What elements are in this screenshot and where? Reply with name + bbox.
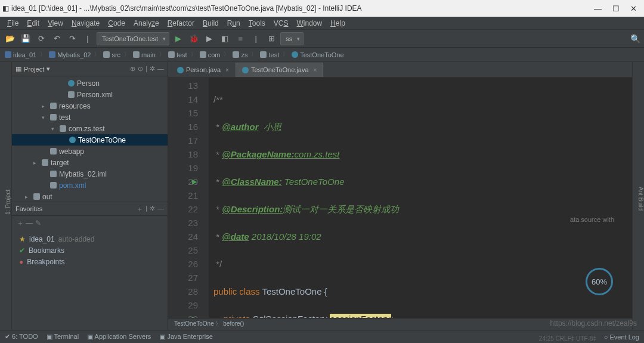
hide-icon[interactable]: — (157, 65, 164, 73)
tree-item[interactable]: ▸out (12, 191, 168, 202)
project-panel-header: ▦Project ▾ ⊕ ⊙ | ✲ — (12, 62, 168, 76)
tab-testonetoone[interactable]: TestOneToOne.java× (236, 63, 323, 77)
todo-tab[interactable]: ✔ 6: TODO (5, 333, 38, 341)
profile-icon[interactable]: ◧ (218, 32, 231, 45)
project-tree[interactable]: PersonPerson.xml▸resources▾test▾com.zs.t… (12, 76, 168, 202)
progress-meter: 60% (586, 268, 613, 295)
line-gutter[interactable]: 1314151617181920▶21222324252627282930▶31 (168, 78, 209, 318)
save-icon[interactable]: 💾 (19, 32, 32, 45)
divider: | (249, 32, 262, 45)
crumb-folder[interactable]: zs (233, 51, 247, 58)
open-icon[interactable]: 📂 (4, 32, 17, 45)
redo-icon[interactable]: ↷ (66, 32, 79, 45)
structure-icon[interactable]: ⊞ (265, 32, 278, 45)
crumb-folder[interactable]: src (103, 51, 120, 58)
maximize-button[interactable]: ☐ (612, 4, 620, 13)
hint-text: ata source with (570, 216, 614, 223)
coverage-icon[interactable]: ▶ (203, 32, 216, 45)
menu-navigate[interactable]: Navigate (68, 18, 103, 29)
menu-tools[interactable]: Tools (245, 18, 269, 29)
status-position: 24:25 CRLF‡ UTF-8‡ (539, 335, 596, 342)
tab-person[interactable]: Person.java× (171, 63, 236, 77)
appservers-tab[interactable]: ▣ Application Servers (87, 333, 151, 341)
editor-tabs: Person.java× TestOneToOne.java× (168, 62, 632, 78)
titlebar: ◧ idea_01 [D:\idea_01] - ...\Mybatis_02\… (0, 0, 644, 17)
close-icon[interactable]: × (314, 67, 317, 73)
crumb-class[interactable]: TestOneToOne (292, 51, 343, 58)
nav-breadcrumb: idea_01〉 Mybatis_02〉 src〉 main〉 test〉 co… (0, 48, 644, 62)
favorite-item[interactable]: ★idea_01auto-added (12, 233, 168, 245)
divider: | (145, 65, 147, 73)
tree-item[interactable]: Person.xml (12, 89, 168, 100)
favorites-list[interactable]: ★idea_01auto-added✔Bookmarks●Breakpoints (12, 231, 168, 270)
ss-combo[interactable]: ss (280, 32, 304, 45)
undo-icon[interactable]: ↶ (50, 32, 63, 45)
strip-ant[interactable]: Ant Build (637, 68, 644, 330)
terminal-tab[interactable]: ▣ Terminal (47, 333, 79, 341)
tree-item[interactable]: webapp (12, 146, 168, 157)
tree-item[interactable]: ▾com.zs.test (12, 123, 168, 134)
favorites-header: Favorites ＋ | ✲ — (12, 202, 168, 216)
hide-icon[interactable]: — (157, 205, 164, 214)
settings-icon[interactable]: ✲ (150, 205, 155, 214)
favorite-item[interactable]: ●Breakpoints (12, 256, 168, 267)
tree-item[interactable]: TestOneToOne (12, 134, 168, 146)
sidebar: ▦Project ▾ ⊕ ⊙ | ✲ — PersonPerson.xml▸re… (12, 62, 168, 330)
settings-icon[interactable]: ✲ (150, 65, 155, 73)
crumb-folder[interactable]: test (168, 51, 187, 58)
favorites-title: Favorites (16, 205, 137, 212)
menu-view[interactable]: View (44, 18, 67, 29)
menu-run[interactable]: Run (224, 18, 244, 29)
run-icon[interactable]: ▶ (172, 32, 185, 45)
menu-file[interactable]: File (4, 18, 22, 29)
menu-edit[interactable]: Edit (23, 18, 43, 29)
minimize-button[interactable]: — (594, 4, 602, 13)
divider: | (81, 32, 94, 45)
tree-item[interactable]: ▸resources (12, 100, 168, 112)
event-log[interactable]: ○ Event Log (604, 333, 639, 341)
target-icon[interactable]: ⊙ (138, 65, 143, 73)
javaee-tab[interactable]: ▣ Java Enterprise (159, 333, 213, 341)
close-icon[interactable]: × (225, 67, 229, 73)
watermark: https://blog.csdn.net/zeal9s (550, 319, 637, 327)
divider: | (145, 205, 147, 214)
menu-build[interactable]: Build (199, 18, 222, 29)
sync-icon[interactable]: ⟳ (35, 32, 48, 45)
menu-vcs[interactable]: VCS (270, 18, 292, 29)
close-button[interactable]: ✕ (630, 4, 637, 13)
collapse-icon[interactable]: ⊕ (130, 65, 135, 73)
tree-item[interactable]: ▸target (12, 157, 168, 168)
menu-help[interactable]: Help (327, 18, 349, 29)
stop-icon[interactable]: ■ (234, 32, 247, 45)
tree-item[interactable]: pom.xml (12, 180, 168, 191)
crumb-folder[interactable]: test (260, 51, 279, 58)
panel-title: Project (24, 66, 44, 73)
favorite-item[interactable]: ✔Bookmarks (12, 245, 168, 256)
code-editor[interactable]: 1314151617181920▶21222324252627282930▶31… (168, 78, 632, 318)
code-content[interactable]: /** * @author 小思 * @PackageName:com.zs.t… (209, 78, 632, 318)
debug-icon[interactable]: 🐞 (187, 32, 200, 45)
tree-item[interactable]: Mybatis_02.iml (12, 168, 168, 180)
strip-project[interactable]: 1: Project (5, 74, 11, 330)
search-icon[interactable]: 🔍 (630, 34, 640, 44)
app-icon: ◧ (2, 4, 9, 13)
menu-refactor[interactable]: Refactor (164, 18, 198, 29)
menubar: File Edit View Navigate Code Analyze Ref… (0, 17, 644, 30)
menu-window[interactable]: Window (293, 18, 326, 29)
toolbar: 📂 💾 ⟳ ↶ ↷ | TestOneToOne.test ▶ 🐞 ▶ ◧ ■ … (0, 30, 644, 48)
tree-item[interactable]: ▾test (12, 112, 168, 123)
crumb-folder[interactable]: main (133, 51, 156, 58)
run-config-combo[interactable]: TestOneToOne.test (97, 32, 169, 45)
crumb-folder[interactable]: com (200, 51, 221, 58)
panel-icon: ▦ (16, 65, 21, 73)
left-tool-strip: 1: Project 7: Structure Web 2: Favorites (0, 62, 12, 330)
window-title: idea_01 [D:\idea_01] - ...\Mybatis_02\sr… (9, 4, 594, 13)
menu-analyze[interactable]: Analyze (130, 18, 163, 29)
crumb-project[interactable]: idea_01 (5, 51, 36, 58)
tree-item[interactable]: Person (12, 78, 168, 89)
right-tool-strip: Ant Build Database m Maven Projects (632, 62, 644, 330)
crumb-module[interactable]: Mybatis_02 (49, 51, 91, 58)
menu-code[interactable]: Code (104, 18, 129, 29)
editor-area: Person.java× TestOneToOne.java× 13141516… (168, 62, 632, 330)
add-icon[interactable]: ＋ (137, 205, 143, 214)
